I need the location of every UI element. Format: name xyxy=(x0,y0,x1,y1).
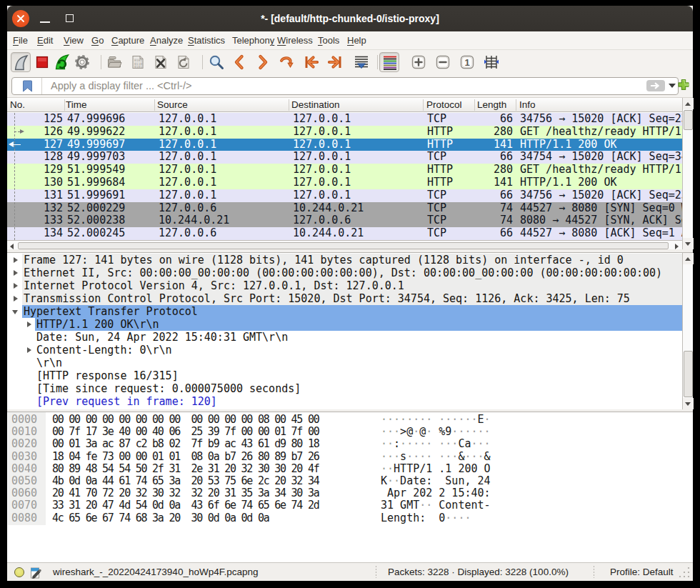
capture-restart-button[interactable] xyxy=(52,52,72,72)
column-header-protocol[interactable]: Protocol xyxy=(426,98,462,112)
capture-file-name[interactable]: wireshark_-_20220424173940_hoWp4F.pcapng xyxy=(53,563,258,581)
packet-row-125[interactable]: 12547.999696127.0.0.1127.0.0.1TCP6634756… xyxy=(7,113,682,126)
expert-info-icon[interactable] xyxy=(14,567,24,577)
hex-row-0030[interactable]: 003018 04 fe 73 00 00 01 01 08 0a b7 26 … xyxy=(7,451,693,463)
detail-row[interactable]: [Prev request in frame: 120] xyxy=(7,395,682,408)
detail-row[interactable]: Ethernet II, Src: 00:00:00_00:00:00 (00:… xyxy=(7,266,682,279)
auto-scroll-button[interactable] xyxy=(351,52,371,72)
menu-file[interactable]: File xyxy=(13,31,28,50)
close-button[interactable] xyxy=(12,10,29,27)
filter-apply-button[interactable] xyxy=(646,80,665,91)
capture-stop-button[interactable] xyxy=(32,52,52,72)
menu-tools[interactable]: Tools xyxy=(318,31,339,50)
detail-row[interactable]: Content-Length: 0\r\n xyxy=(7,344,682,357)
expander-collapsed-icon[interactable] xyxy=(27,347,31,353)
capture-comment-icon[interactable] xyxy=(31,567,40,577)
filter-dropdown-arrow[interactable] xyxy=(669,84,676,88)
colorize-button[interactable] xyxy=(379,52,399,72)
filter-bookmark-button[interactable] xyxy=(12,78,42,94)
hex-row-0020[interactable]: 002000 01 3a ac 87 c2 b8 02 7f b9 ac 43 … xyxy=(7,438,693,450)
hex-row-0010[interactable]: 001000 7f 17 3e 40 00 40 06 25 39 7f 00 … xyxy=(7,426,693,438)
hex-row-0060[interactable]: 006020 41 70 72 20 32 30 32 32 20 31 35 … xyxy=(7,487,693,499)
hex-row-0070[interactable]: 007033 31 20 47 4d 54 0d 0a 43 6f 6e 74 … xyxy=(7,499,693,512)
menu-view[interactable]: View xyxy=(64,31,84,50)
file-save-button[interactable]: 010101100101 xyxy=(128,52,148,72)
detail-row[interactable]: Hypertext Transfer Protocol xyxy=(7,305,682,318)
go-forward-button[interactable] xyxy=(253,52,273,72)
profile-label[interactable]: Profile: Default xyxy=(610,563,674,581)
hex-row-0080[interactable]: 00804c 65 6e 67 74 68 3a 20 30 0d 0a 0d … xyxy=(7,512,693,524)
zoom-out-button[interactable] xyxy=(433,52,453,72)
packet-row-132[interactable]: 13252.000229127.0.0.610.244.0.21TCP74445… xyxy=(7,202,682,215)
resize-columns-button[interactable] xyxy=(481,52,501,72)
go-last-button[interactable] xyxy=(325,52,345,72)
minimize-button[interactable] xyxy=(40,21,50,23)
column-separator[interactable] xyxy=(423,99,424,111)
display-filter-input[interactable]: Apply a display filter ... <Ctrl-/> xyxy=(51,78,191,94)
packet-row-128[interactable]: 12849.999703127.0.0.1127.0.0.1TCP6634754… xyxy=(7,151,682,164)
menu-go[interactable]: Go xyxy=(91,31,104,50)
packet-list-vscrollbar[interactable] xyxy=(682,98,693,249)
scroll-up-button[interactable] xyxy=(683,98,694,109)
scroll-down-button[interactable] xyxy=(683,398,694,409)
scroll-down-button[interactable] xyxy=(683,238,694,249)
menu-statistics[interactable]: Statistics xyxy=(188,31,225,50)
scroll-right-button[interactable] xyxy=(671,241,681,250)
column-separator[interactable] xyxy=(516,99,516,111)
column-header-length[interactable]: Length xyxy=(477,98,506,112)
find-packet-button[interactable] xyxy=(206,52,226,72)
zoom-normal-button[interactable]: 1 xyxy=(457,52,477,72)
details-vscrollbar[interactable] xyxy=(682,253,693,409)
detail-row[interactable]: HTTP/1.1 200 OK\r\n xyxy=(7,318,682,331)
maximize-button[interactable] xyxy=(66,14,74,22)
menu-wireless[interactable]: Wireless xyxy=(277,31,313,50)
column-header-source[interactable]: Source xyxy=(157,98,188,112)
scroll-up-button[interactable] xyxy=(683,253,694,264)
resize-grip[interactable] xyxy=(679,567,691,579)
packet-row-134[interactable]: 13452.000245127.0.0.610.244.0.21TCP66445… xyxy=(7,227,682,240)
column-header-no[interactable]: No. xyxy=(10,98,25,112)
packet-row-131[interactable]: 13151.999691127.0.0.1127.0.0.1TCP6634756… xyxy=(7,189,682,202)
column-separator[interactable] xyxy=(154,99,155,111)
hex-row-0050[interactable]: 00504b 0d 0a 44 61 74 65 3a 20 53 75 6e … xyxy=(7,475,693,487)
hex-row-0040[interactable]: 004080 89 48 54 54 50 2f 31 2e 31 20 32 … xyxy=(7,463,693,475)
detail-row[interactable]: [HTTP response 16/315] xyxy=(7,369,682,382)
detail-row[interactable]: Frame 127: 141 bytes on wire (1128 bits)… xyxy=(7,254,682,266)
detail-row[interactable]: Internet Protocol Version 4, Src: 127.0.… xyxy=(7,279,682,292)
reload-button[interactable] xyxy=(174,52,194,72)
capture-options-button[interactable] xyxy=(72,52,92,72)
menu-telephony[interactable]: Telephony xyxy=(232,31,274,50)
packet-list-hscrollbar[interactable] xyxy=(7,240,682,249)
packet-row-133[interactable]: 13352.00023810.244.0.21127.0.0.6TCP74808… xyxy=(7,214,682,227)
column-separator[interactable] xyxy=(289,99,289,111)
go-back-button[interactable] xyxy=(229,52,249,72)
capture-start-button[interactable] xyxy=(11,52,31,72)
menu-analyze[interactable]: Analyze xyxy=(150,31,183,50)
column-header-destination[interactable]: Destination xyxy=(291,98,340,112)
packet-row-126[interactable]: 12649.999622127.0.0.1127.0.0.1HTTP280GET… xyxy=(7,126,682,139)
detail-row[interactable]: \r\n xyxy=(7,357,682,369)
file-open-button[interactable] xyxy=(104,52,124,72)
zoom-in-button[interactable] xyxy=(409,52,429,72)
menu-help[interactable]: Help xyxy=(347,31,366,50)
expander-collapsed-icon[interactable] xyxy=(27,322,31,327)
scroll-left-button[interactable] xyxy=(7,241,17,250)
vscroll-thumb[interactable] xyxy=(684,110,693,130)
column-header-time[interactable]: Time xyxy=(66,98,87,112)
vscroll-thumb[interactable] xyxy=(684,351,693,397)
column-separator[interactable] xyxy=(64,99,65,111)
expander-collapsed-icon[interactable] xyxy=(14,270,18,276)
go-to-packet-button[interactable] xyxy=(277,52,297,72)
packet-row-130[interactable]: 13051.999684127.0.0.1127.0.0.1HTTP141HTT… xyxy=(7,176,682,189)
expander-collapsed-icon[interactable] xyxy=(14,296,18,302)
detail-row[interactable]: Date: Sun, 24 Apr 2022 15:40:31 GMT\r\n xyxy=(7,331,682,344)
menu-edit[interactable]: Edit xyxy=(37,31,53,50)
menu-capture[interactable]: Capture xyxy=(111,31,144,50)
column-separator[interactable] xyxy=(474,99,475,111)
column-header-info[interactable]: Info xyxy=(519,98,536,112)
expander-collapsed-icon[interactable] xyxy=(14,257,18,263)
file-close-button[interactable] xyxy=(151,52,171,72)
packet-row-127[interactable]: 12749.999697127.0.0.1127.0.0.1HTTP141HTT… xyxy=(7,139,682,151)
packet-row-129[interactable]: 12951.999549127.0.0.1127.0.0.1HTTP280GET… xyxy=(7,164,682,176)
go-first-button[interactable] xyxy=(301,52,321,72)
